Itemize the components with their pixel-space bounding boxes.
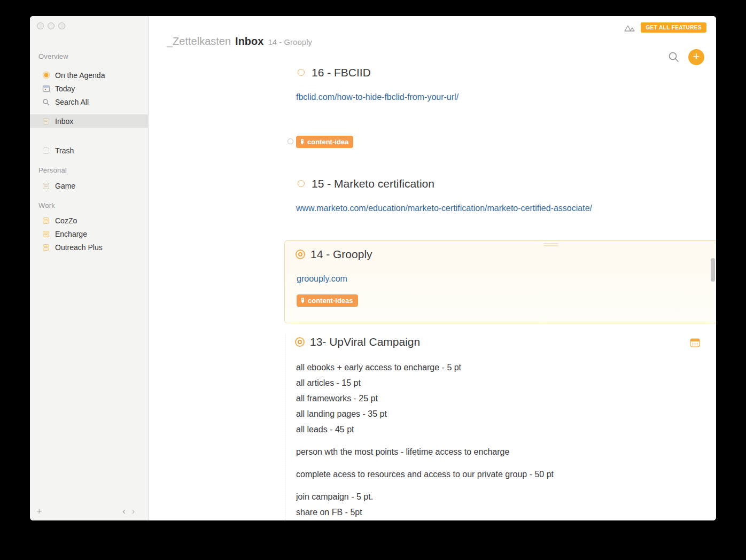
note-bullet-icon[interactable]: [287, 138, 293, 144]
breadcrumb-project[interactable]: _Zettelkasten: [167, 35, 231, 48]
close-window-button[interactable]: [37, 22, 44, 29]
note-bullet-icon[interactable]: [298, 180, 305, 187]
sidebar-item-encharge[interactable]: Encharge: [30, 227, 149, 240]
notebook-icon: [42, 117, 50, 126]
sidebar-section-overview: Overview: [38, 52, 68, 60]
notebook-icon: [42, 182, 50, 190]
main-content: _Zettelkasten Inbox 14 - Grooply GET ALL…: [149, 16, 716, 520]
calendar-icon[interactable]: [690, 338, 700, 348]
notebook-icon-orange: [42, 230, 50, 238]
tag-label: content-ideas: [308, 297, 353, 305]
note-link[interactable]: groouply.com: [297, 274, 347, 284]
note-body-line[interactable]: all articles - 15 pt: [296, 378, 361, 388]
get-all-features-button[interactable]: GET ALL FEATURES: [641, 22, 706, 33]
minimize-window-button[interactable]: [48, 22, 55, 29]
sidebar-item-inbox[interactable]: Inbox: [30, 114, 149, 128]
notebook-icon-orange: [42, 243, 50, 252]
sidebar-footer: + ‹›: [30, 502, 149, 520]
note-title[interactable]: 16 - FBCIID: [312, 66, 371, 79]
tag-label: content-idea: [307, 138, 348, 146]
new-note-button[interactable]: +: [688, 49, 704, 65]
calendar-icon: [42, 84, 50, 93]
sidebar-section-personal: Personal: [38, 166, 67, 174]
breadcrumb-section[interactable]: Inbox: [235, 35, 263, 48]
note-edit-edge: [285, 334, 285, 520]
note-title[interactable]: 14 - Grooply: [310, 248, 372, 261]
note-bullet-icon[interactable]: [298, 69, 305, 76]
sidebar-item-game[interactable]: Game: [30, 179, 149, 192]
sidebar-item-label: Inbox: [55, 117, 73, 126]
traffic-lights: [37, 22, 65, 29]
sidebar-item-cozzo[interactable]: CozZo: [30, 214, 149, 227]
sidebar-item-label: On the Agenda: [55, 71, 105, 80]
breadcrumb: _Zettelkasten Inbox 14 - Grooply: [167, 35, 312, 48]
note-body-line[interactable]: all ebooks + early access to encharge - …: [296, 363, 461, 372]
sidebar-item-outreach-plus[interactable]: Outreach Plus: [30, 240, 149, 254]
add-project-button[interactable]: +: [36, 507, 42, 516]
note-body-line[interactable]: complete acess to resources and access t…: [296, 470, 554, 479]
sidebar-item-label: Today: [55, 84, 75, 93]
scrollbar-thumb[interactable]: [711, 258, 715, 282]
sidebar-item-label: Encharge: [55, 230, 87, 238]
breadcrumb-note: 14 - Grooply: [268, 37, 312, 46]
note-title[interactable]: 13- UpViral Campaign: [310, 336, 420, 348]
sidebar: Overview On the Agenda Today Search All: [30, 16, 149, 520]
agenda-dot-icon: [42, 71, 50, 80]
tag-icon: [300, 298, 305, 304]
tag-icon: [300, 139, 305, 145]
note-link[interactable]: www.marketo.com/education/marketo-certif…: [296, 204, 592, 213]
note-bullet-selected-icon[interactable]: [295, 337, 305, 347]
notebook-icon-orange: [42, 216, 50, 225]
note-body-line[interactable]: all landing pages - 35 pt: [296, 409, 387, 419]
note-body-line[interactable]: join campaign - 5 pt.: [296, 492, 373, 502]
trash-notebook-icon: [42, 146, 50, 155]
sidebar-item-search-all[interactable]: Search All: [30, 95, 149, 108]
note-body-line[interactable]: all frameworks - 25 pt: [296, 394, 378, 403]
zoom-window-button[interactable]: [58, 22, 65, 29]
drag-handle[interactable]: [543, 243, 558, 247]
forward-button[interactable]: ›: [132, 507, 141, 516]
sidebar-item-label: Outreach Plus: [55, 243, 103, 252]
note-card-selected[interactable]: 14 - Grooply groouply.com content-ideas: [284, 240, 716, 323]
note-link[interactable]: fbclid.com/how-to-hide-fbclid-from-your-…: [296, 92, 459, 102]
note-body-line[interactable]: share on FB - 5pt: [296, 508, 362, 517]
sidebar-item-label: Trash: [55, 146, 74, 155]
desktop-background: Overview On the Agenda Today Search All: [0, 0, 746, 560]
tag-content-ideas[interactable]: content-ideas: [297, 294, 358, 307]
note-bullet-selected-icon[interactable]: [296, 250, 305, 259]
search-icon[interactable]: [668, 51, 680, 63]
sidebar-item-today[interactable]: Today: [30, 82, 149, 95]
app-window: Overview On the Agenda Today Search All: [30, 16, 716, 520]
sidebar-item-label: CozZo: [55, 216, 77, 225]
related-panel-icon[interactable]: [624, 23, 635, 33]
note-body-line[interactable]: person wth the most points - lifetime ac…: [296, 447, 509, 457]
sidebar-item-trash[interactable]: Trash: [30, 144, 149, 157]
sidebar-section-work: Work: [38, 201, 55, 209]
back-button[interactable]: ‹: [122, 507, 131, 516]
sidebar-item-on-the-agenda[interactable]: On the Agenda: [30, 68, 149, 82]
sidebar-item-label: Game: [55, 182, 75, 190]
note-body-line[interactable]: all leads - 45 pt: [296, 425, 354, 434]
tag-content-idea[interactable]: content-idea: [296, 136, 353, 148]
search-icon: [42, 98, 50, 106]
note-title[interactable]: 15 - Marketo certification: [312, 177, 434, 190]
sidebar-item-label: Search All: [55, 98, 89, 106]
